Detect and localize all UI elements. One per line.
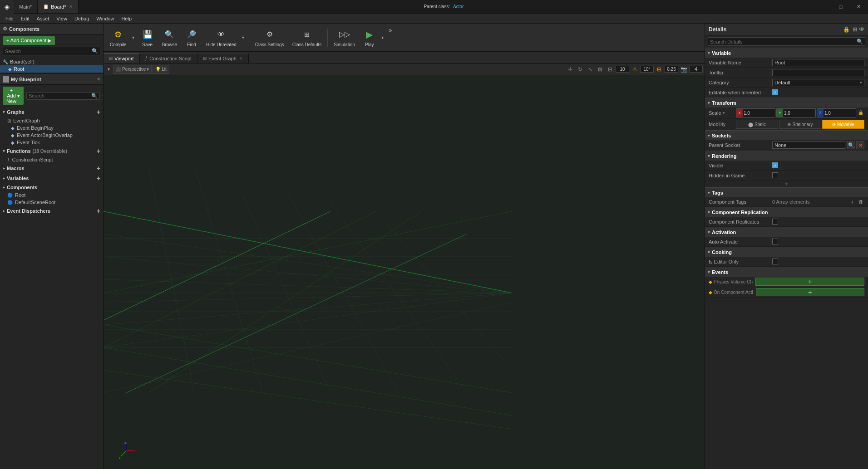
menu-help[interactable]: Help xyxy=(118,15,135,22)
parent-socket-input[interactable] xyxy=(772,142,845,149)
compile-button[interactable]: ⚙ Compile xyxy=(106,25,130,50)
tags-section-header[interactable]: ▾ Tags xyxy=(705,187,868,197)
editor-only-checkbox[interactable] xyxy=(772,259,778,264)
viewport-3d[interactable]: X Z Y xyxy=(104,75,705,469)
components-bp-section[interactable]: ▸ Components xyxy=(0,183,103,191)
scale-z-input[interactable]: Z xyxy=(817,108,856,117)
comp-board-self[interactable]: 🔧 Board(self) xyxy=(0,58,103,65)
mobility-static-btn[interactable]: ⬤ Static xyxy=(736,120,778,129)
tags-add-btn[interactable]: + xyxy=(848,198,856,205)
save-button[interactable]: 💾 Save xyxy=(138,25,158,50)
auto-activate-checkbox[interactable] xyxy=(772,239,778,244)
add-new-button[interactable]: + Add New ▾ xyxy=(3,87,24,105)
component-replicates-checkbox[interactable] xyxy=(772,219,778,225)
tab-event-graph[interactable]: ⊞ Event Graph ✕ xyxy=(197,53,249,63)
details-search-input[interactable] xyxy=(710,39,857,44)
functions-section[interactable]: ▾ Functions (18 Overridable) + xyxy=(0,146,103,156)
event-actor-overlap[interactable]: ◆ Event ActorBeginOverlap xyxy=(0,132,103,139)
cooking-section-header[interactable]: ▾ Cooking xyxy=(705,247,868,257)
maximize-button[interactable]: □ xyxy=(832,0,850,14)
details-eye-icon[interactable]: 👁 xyxy=(859,26,864,33)
scale-x-field[interactable] xyxy=(743,110,759,116)
transform-section-header[interactable]: ▾ Transform xyxy=(705,98,868,107)
variable-name-input[interactable] xyxy=(772,59,864,66)
mobility-movable-btn[interactable]: ⟳ Movable xyxy=(822,120,864,129)
browse-button[interactable]: 🔍 Browse xyxy=(158,25,181,50)
blueprint-close-btn[interactable]: ✕ xyxy=(97,77,100,82)
tab-board-close[interactable]: ✕ xyxy=(69,4,73,9)
graphs-section[interactable]: ▾ Graphs + xyxy=(0,107,103,117)
menu-file[interactable]: File xyxy=(2,15,17,22)
compile-arrow[interactable]: ▾ xyxy=(130,25,137,50)
more-toolbar-button[interactable]: » xyxy=(387,25,394,34)
scale-size-input[interactable] xyxy=(665,66,678,73)
play-arrow[interactable]: ▾ xyxy=(380,25,386,50)
rotation-size-input[interactable] xyxy=(640,66,654,73)
rendering-expand-arrow[interactable]: ▾ xyxy=(785,181,788,186)
rotate-tool[interactable]: ↻ xyxy=(576,65,585,74)
menu-edit[interactable]: Edit xyxy=(17,15,33,22)
minimize-button[interactable]: ─ xyxy=(814,0,832,14)
event-graph-tab-close[interactable]: ✕ xyxy=(239,56,243,61)
bp-comp-default-scene[interactable]: 🔵 DefaultSceneRoot xyxy=(0,199,103,206)
blueprint-eye-icon[interactable]: 👁 xyxy=(103,93,103,98)
macros-section[interactable]: ▸ Macros + xyxy=(0,163,103,173)
variable-section-header[interactable]: ▾ Variable xyxy=(705,48,868,58)
add-component-button[interactable]: + Add Component ▶ xyxy=(3,36,55,45)
rendering-section-header[interactable]: ▾ Rendering xyxy=(705,151,868,161)
lit-dropdown[interactable]: 💡 Lit xyxy=(153,65,169,74)
rotation-warning[interactable]: ⚠ xyxy=(630,65,639,74)
find-button[interactable]: 🔎 Find xyxy=(182,25,202,50)
scale-tool[interactable]: ⤡ xyxy=(586,65,595,74)
details-lock-icon[interactable]: 🔒 xyxy=(843,26,850,33)
camera-speed[interactable]: 📷 xyxy=(679,65,688,74)
class-settings-button[interactable]: ⚙ Class Settings xyxy=(252,25,288,50)
bp-comp-root[interactable]: 🔵 Root xyxy=(0,191,103,199)
tab-viewport[interactable]: ⊞ Viewport xyxy=(104,53,140,63)
scale-y-input[interactable]: Y xyxy=(776,108,816,117)
events-section-header[interactable]: ▾ Events xyxy=(705,267,868,277)
construction-script-item[interactable]: ƒ ConstructionScript xyxy=(0,156,103,163)
tab-construction-script[interactable]: ƒ Construction Script xyxy=(140,53,198,63)
hide-unrelated-button[interactable]: 👁 Hide Unrelated xyxy=(202,25,240,50)
scale-y-field[interactable] xyxy=(783,110,799,116)
comp-root[interactable]: ◆ Root xyxy=(0,65,103,73)
mobility-stationary-btn[interactable]: ⊕ Stationary xyxy=(779,120,821,129)
event-tick[interactable]: ◆ Event Tick xyxy=(0,139,103,146)
event-dispatchers-section[interactable]: ▸ Event Dispatchers + xyxy=(0,206,103,216)
event-dispatchers-add-btn[interactable]: + xyxy=(97,207,100,215)
tab-board[interactable]: 📋 Board* ✕ xyxy=(38,0,79,13)
visible-checkbox[interactable] xyxy=(772,162,778,168)
perspective-dropdown[interactable]: 🎥 Perspective ▾ xyxy=(113,65,152,74)
tags-remove-btn[interactable]: 🗑 xyxy=(857,198,864,205)
menu-debug[interactable]: Debug xyxy=(71,15,93,22)
component-replication-header[interactable]: ▾ Component Replication xyxy=(705,207,868,217)
menu-asset[interactable]: Asset xyxy=(33,15,53,22)
details-layout-icon[interactable]: ⊞ xyxy=(853,26,857,33)
viewport-down-arrow[interactable]: ▾ xyxy=(105,65,112,74)
socket-clear-btn[interactable]: ✕ xyxy=(856,141,864,149)
variables-add-btn[interactable]: + xyxy=(97,175,100,182)
physics-event-add-btn[interactable]: + xyxy=(755,278,864,286)
scale-lock-btn[interactable]: 🔒 xyxy=(857,108,864,117)
class-defaults-button[interactable]: ⊞ Class Defaults xyxy=(289,25,325,50)
menu-view[interactable]: View xyxy=(53,15,71,22)
functions-add-btn[interactable]: + xyxy=(97,147,100,155)
event-graph-item[interactable]: ⊞ EventGraph xyxy=(0,117,103,124)
hide-unrelated-arrow[interactable]: ▾ xyxy=(240,25,247,50)
scale-x-input[interactable]: X xyxy=(736,108,775,117)
grid-size-input[interactable] xyxy=(616,66,629,73)
variables-section[interactable]: ▸ Variables + xyxy=(0,173,103,183)
translate-tool[interactable]: ✛ xyxy=(566,65,575,74)
scale-snapping[interactable]: ⊟ xyxy=(655,65,664,74)
event-begin-play[interactable]: ◆ Event BeginPlay xyxy=(0,124,103,132)
editable-inherited-checkbox[interactable] xyxy=(772,89,778,95)
camera-speed-input[interactable] xyxy=(689,66,703,73)
surface-snapping[interactable]: ⊠ xyxy=(596,65,605,74)
simulation-button[interactable]: ▷▷ Simulation xyxy=(330,25,359,50)
macros-add-btn[interactable]: + xyxy=(97,165,100,172)
menu-window[interactable]: Window xyxy=(93,15,118,22)
on-component-event-add-btn[interactable]: + xyxy=(756,288,864,296)
category-dropdown[interactable]: Default ▾ xyxy=(772,79,864,86)
scale-z-field[interactable] xyxy=(824,110,840,116)
